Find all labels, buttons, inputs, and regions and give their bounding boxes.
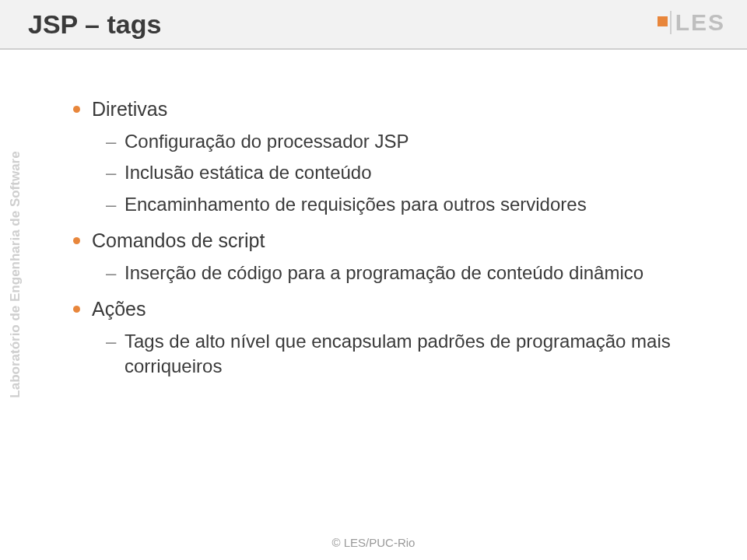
side-band: Laboratório de Engenharia de Software <box>0 49 30 516</box>
sub-bullet: Configuração do processador JSP <box>72 129 694 154</box>
content-area: Diretivas Configuração do processador JS… <box>72 86 694 381</box>
side-band-text: Laboratório de Engenharia de Software <box>8 49 23 508</box>
les-logo: LES <box>658 9 725 36</box>
logo-text: LES <box>675 9 725 36</box>
logo-separator <box>670 11 672 34</box>
slide-title: JSP – tags <box>28 9 161 40</box>
footer-text: © LES/PUC-Rio <box>0 536 747 549</box>
logo-square-icon <box>658 16 668 26</box>
sub-bullet: Inserção de código para a programação de… <box>72 261 694 285</box>
sub-bullet: Tags de alto nível que encapsulam padrõe… <box>72 329 694 380</box>
slide: JSP – tags LES Laboratório de Engenharia… <box>0 0 747 560</box>
bullet-comandos: Comandos de script <box>72 228 694 254</box>
bullet-diretivas: Diretivas <box>72 96 694 123</box>
sub-bullet: Inclusão estática de conteúdo <box>72 160 694 185</box>
sub-bullet: Encaminhamento de requisições para outro… <box>72 192 694 217</box>
bullet-acoes: Ações <box>72 296 694 323</box>
